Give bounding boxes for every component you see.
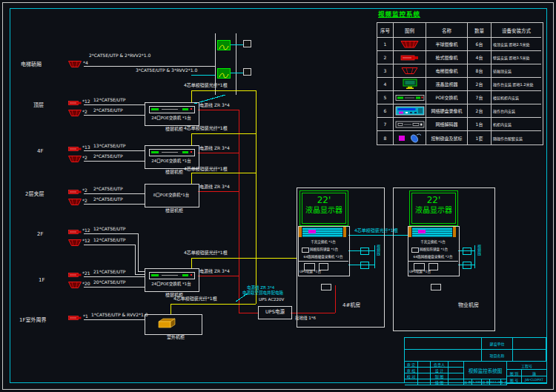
rack-device-label: UPS电源 *1台 xyxy=(409,270,431,273)
legend-row-qty: 6台 xyxy=(468,38,492,51)
switch-label: 24口POE交换机 *1台 xyxy=(145,159,198,163)
legend-row-name: 网络硬盘录像机 xyxy=(426,104,468,118)
junction-node xyxy=(243,68,251,76)
cable-connector-icon xyxy=(360,248,369,255)
legend-header: 数量 xyxy=(468,23,492,38)
rack-device-icon xyxy=(302,248,309,253)
camera-count: *12 xyxy=(82,99,90,104)
legend-header: 序号 xyxy=(377,23,394,38)
video-cable-side-label: 视频线 xyxy=(376,245,380,256)
bullet-camera-icon xyxy=(68,315,82,321)
cabinet-label: 楼层机柜 xyxy=(165,170,183,175)
station-link-fiber-label: 4芯单模铠装光纤*1根 xyxy=(354,228,398,233)
rack-device-label: 64路网络硬盘录像机 *2台 xyxy=(408,255,457,259)
rack-device-icon xyxy=(411,248,419,253)
poe-switch-legend-icon xyxy=(394,91,426,104)
floor-outlet-box xyxy=(431,284,441,290)
cable-label: 2*CAT5E/UTP xyxy=(93,187,123,192)
legend-row-no: 7 xyxy=(377,118,394,131)
legend-row-name: 电梯摄像机 xyxy=(426,64,468,78)
outdoor-device-icon xyxy=(157,317,178,329)
legend-row-install: 壁装安装 距地3.5米处 xyxy=(492,51,541,64)
legend-table: 序号 图例 名称 数量 设备安装方式 1 半球摄像机 6台 吸顶安装 距地2.5… xyxy=(377,22,543,145)
fiber-cable-label: 4芯单模铠装光纤*1根 xyxy=(173,296,217,302)
video-cable-side-label: 视频线 xyxy=(477,245,480,256)
legend-row-qty: 2台 xyxy=(468,104,492,118)
keyboard-mouse-legend-icon xyxy=(394,131,426,144)
decoder-legend-icon xyxy=(394,118,426,131)
legend-row-no: 6 xyxy=(377,104,394,118)
camera-count: *20 xyxy=(82,282,90,287)
sign-label: 负责人 xyxy=(431,362,449,368)
legend-row-no: 4 xyxy=(377,78,394,91)
camera-count: *12 xyxy=(82,228,90,233)
legend-row-no: 1 xyxy=(377,38,394,51)
camera-count: *2 xyxy=(82,156,87,161)
sign-label: 审 核 xyxy=(405,368,418,373)
cable-connector-icon xyxy=(463,248,471,255)
junction-node xyxy=(243,40,251,47)
dome-camera-icon xyxy=(68,156,82,162)
sign-label: 校 对 xyxy=(405,373,418,379)
rack-device-label: 网络矩阵键盘 *1台 xyxy=(310,248,338,251)
sign-value xyxy=(449,373,464,379)
camera-count: *21 xyxy=(82,271,90,276)
bullet-camera-icon xyxy=(68,146,82,152)
legend-row-no: 5 xyxy=(377,91,394,104)
legend-row-name: 枪式摄像机 xyxy=(426,51,468,64)
page-label: 页 次 xyxy=(501,379,507,385)
legend-row-qty: 1套 xyxy=(468,131,492,144)
cable-label: 2*CAT5E/UTP xyxy=(93,108,123,113)
legend-row-install: 楼层机柜内安装 xyxy=(492,91,541,104)
poe-switch-icon xyxy=(149,106,195,113)
camera-count: *2 xyxy=(82,110,87,115)
fiber-cable-label: 4芯单模铠装光纤*1根 xyxy=(184,250,228,256)
left-room-label: 4#机房 xyxy=(342,302,360,308)
cable-label: 12*CAT5E/UTP xyxy=(93,227,125,232)
legend-row-qty: 8台 xyxy=(468,64,492,78)
sheet-no-value: JW-CLDPXT xyxy=(522,376,547,384)
floor-label: 1F室外周界 xyxy=(19,317,46,323)
sign-value xyxy=(418,368,431,373)
floor-label: 顶层 xyxy=(33,102,44,108)
monitor-name-label: 液晶显示器 xyxy=(302,206,345,215)
legend-row-no: 2 xyxy=(377,51,394,64)
legend-row-install: 随操作台配套安装 xyxy=(492,131,541,144)
legend-row-qty: 1台 xyxy=(468,118,492,131)
fiber-cable-label: 4芯单模铠装光纤*1根 xyxy=(184,126,228,131)
camera-count: *2 xyxy=(82,188,87,193)
fiber-cable-label: 4芯单模铠装光纤*1根 xyxy=(184,167,228,172)
drawing-title: 视频监控系统图 xyxy=(464,362,507,379)
legend-header: 设备安装方式 xyxy=(492,23,541,38)
sign-label: 审 定 xyxy=(405,362,418,368)
shaft-cable-label: 3*CAT5E/UTP & 3*RVV2*1.0 xyxy=(136,68,197,73)
cable-label: 1*CAT5E/UTP & RVV2*1.0 xyxy=(91,313,148,318)
date-label: 日 期 xyxy=(482,379,490,385)
camera-count: *12 xyxy=(82,239,90,244)
dome-camera-icon xyxy=(68,239,82,246)
dome-camera-icon xyxy=(68,199,82,205)
cad-drawing-sheet: 电梯轿厢 *4 2*CAT5E/UTP & 2*RVV2*1.0 3*CAT5E… xyxy=(0,0,556,392)
legend-title: 视频监控系统 xyxy=(378,11,420,19)
cable-label: 21*CAT5E/UTP xyxy=(93,270,125,275)
drawing-title-cell: 视频监控系统图 比 例 1:100 日 期 2012.06 页 次 xyxy=(464,362,507,385)
sheet-number-block: 工程号 图 别 施 图 号 JW-CLDPXT xyxy=(507,362,547,385)
sign-value xyxy=(449,368,464,373)
titleblock-blank xyxy=(405,350,482,362)
rack-device-label: 64路网络硬盘录像机 *2台 xyxy=(299,255,348,259)
scale-value: 1:100 xyxy=(472,379,482,385)
camera-count: *1 xyxy=(83,314,88,319)
owner-label: 建设单位 xyxy=(482,338,513,350)
cabinet-label: 楼层机柜 xyxy=(165,208,183,213)
cable-label: 2*CAT5E/UTP xyxy=(93,154,123,159)
legend-row-name: POE交换机 xyxy=(426,91,468,104)
legend-row-install: 吸顶安装 距地2.5米处 xyxy=(492,38,541,51)
cable-label: 2*CAT5E/UTP xyxy=(93,197,123,202)
right-room-label: 物业机房 xyxy=(458,302,479,308)
sign-value xyxy=(418,379,431,385)
legend-row-no: 8 xyxy=(377,131,394,144)
outdoor-cabinet-label: 室外机柜 xyxy=(167,335,185,340)
dome-camera-icon xyxy=(68,110,82,116)
sign-label: 制 图 xyxy=(431,373,449,379)
legend-header: 图例 xyxy=(394,23,426,38)
